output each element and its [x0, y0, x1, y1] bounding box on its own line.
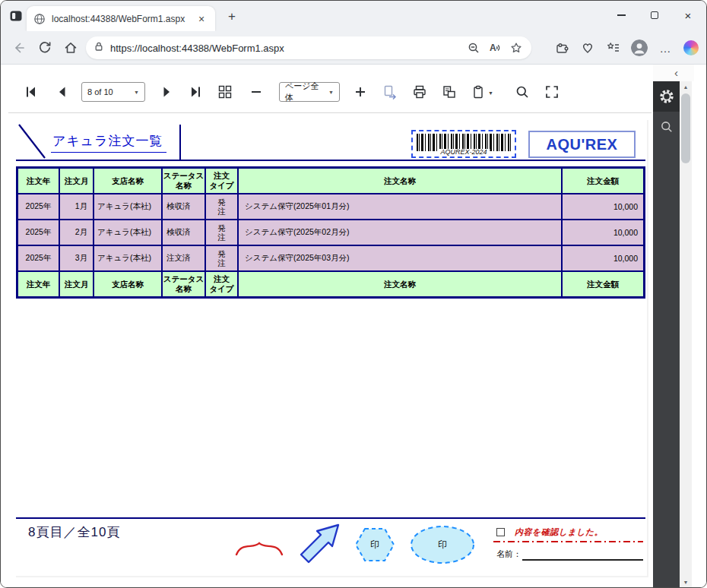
- footer-header-year: 注文年: [18, 272, 59, 296]
- panel-search-button[interactable]: [653, 112, 680, 142]
- report-viewer: 8 of 10 ▼ ページ全体 ▼: [1, 65, 706, 587]
- home-button[interactable]: [63, 40, 78, 55]
- zoom-selector[interactable]: ページ全体 ▼: [279, 82, 340, 102]
- cell-amount: 10,000: [563, 194, 643, 219]
- confirm-checkbox[interactable]: [496, 528, 505, 536]
- cell-branch: アキュラ(本社): [94, 246, 161, 270]
- print-layout-button[interactable]: [442, 84, 457, 100]
- tab-title: localhost:44388/WebForm1.aspx: [52, 14, 195, 24]
- profile-avatar[interactable]: [631, 40, 648, 56]
- fullscreen-button[interactable]: [544, 84, 560, 100]
- cell-name: システム保守(2025年01月分): [239, 194, 561, 219]
- decorative-diagonal-line: [14, 122, 49, 160]
- settings-menu-icon[interactable]: …: [658, 40, 674, 56]
- cell-amount: 10,000: [563, 220, 643, 245]
- report-page: アキュラ注文一覧 AQUREX-2024 AQU'REX 注文年 注文月 支店名…: [14, 119, 647, 576]
- page-layout-button[interactable]: [217, 84, 233, 100]
- scrollbar-thumb[interactable]: [681, 93, 690, 163]
- footer-header-month: 注文月: [60, 272, 93, 296]
- title-divider: [179, 125, 181, 160]
- copy-button[interactable]: [471, 84, 486, 100]
- footer-header-amount: 注文金額: [563, 272, 643, 296]
- maximize-icon: [651, 11, 658, 19]
- maximize-button[interactable]: [638, 1, 671, 30]
- copilot-icon[interactable]: [683, 40, 699, 55]
- page-indicator: 8頁目／全10頁: [28, 523, 120, 541]
- globe-favicon: [33, 13, 46, 25]
- column-header-month: 注文月: [60, 169, 93, 193]
- cell-name: システム保守(2025年03月分): [239, 246, 561, 270]
- close-button[interactable]: ×: [671, 1, 705, 30]
- footer-header-branch: 支店名称: [94, 272, 161, 296]
- zoom-out-button[interactable]: [249, 84, 264, 100]
- page-selector[interactable]: 8 of 10 ▼: [81, 82, 145, 102]
- panel-top: ‹: [653, 65, 694, 81]
- cell-type: 発注: [206, 220, 237, 245]
- name-underline: [522, 559, 643, 561]
- column-header-status: ステータス 名称: [163, 169, 204, 193]
- cell-type: 発注: [206, 246, 237, 270]
- red-dashdot-line: [493, 541, 643, 542]
- svg-text:A: A: [490, 43, 496, 53]
- page-selector-value: 8 of 10: [87, 87, 113, 96]
- zoom-in-button[interactable]: [353, 84, 368, 100]
- order-table: 注文年 注文月 支店名称 ステータス 名称 注文 タイプ 注文名称 注文金額 2…: [16, 166, 645, 299]
- cell-branch: アキュラ(本社): [94, 220, 161, 245]
- copy-menu-caret-icon[interactable]: ▼: [488, 90, 493, 96]
- column-header-branch: 支店名称: [94, 169, 161, 193]
- search-button[interactable]: [515, 84, 530, 100]
- cell-month: 3月: [60, 246, 93, 270]
- stamp-hexagon: 印: [354, 525, 396, 564]
- tab-strip: localhost:44388/WebForm1.aspx × + ×: [1, 1, 706, 31]
- cell-type: 発注: [206, 194, 237, 219]
- back-button[interactable]: [11, 40, 27, 55]
- export-button[interactable]: [382, 84, 398, 100]
- read-aloud-icon[interactable]: A: [487, 40, 503, 55]
- tab-close-icon[interactable]: ×: [195, 12, 208, 26]
- gear-icon: [659, 89, 674, 104]
- last-page-button[interactable]: [188, 84, 203, 100]
- cell-status: 検収済: [163, 194, 204, 219]
- toolbar-separator: [8, 112, 652, 113]
- confirm-text: 内容を確認しました。: [515, 526, 603, 538]
- column-header-name: 注文名称: [239, 169, 561, 193]
- scroll-down-button[interactable]: ▼: [680, 577, 692, 587]
- previous-page-button[interactable]: [55, 84, 70, 100]
- collapse-panel-button[interactable]: ‹: [674, 65, 678, 81]
- footer-header-name: 注文名称: [239, 272, 561, 296]
- cell-status: 検収済: [163, 220, 204, 245]
- report-title: アキュラ注文一覧: [51, 132, 166, 153]
- extensions-icon[interactable]: [553, 40, 569, 56]
- arrow-annotation: [299, 522, 341, 564]
- viewer-toolbar: 8 of 10 ▼ ページ全体 ▼: [1, 72, 653, 112]
- side-panel: [653, 81, 680, 587]
- window-controls: ×: [604, 1, 705, 30]
- address-bar-actions: …: [553, 39, 699, 57]
- minimize-button[interactable]: [604, 1, 638, 30]
- refresh-button[interactable]: [37, 40, 52, 55]
- new-tab-button[interactable]: +: [223, 8, 241, 26]
- next-page-button[interactable]: [159, 84, 174, 100]
- footer-header-status: ステータス 名称: [163, 272, 204, 296]
- stamp-ellipse: 印: [408, 523, 477, 566]
- barcode-text: AQUREX-2024: [437, 149, 490, 156]
- zoom-indicator-icon[interactable]: [466, 40, 481, 55]
- cell-year: 2025年: [18, 246, 59, 270]
- favorite-star-icon[interactable]: [509, 40, 524, 55]
- settings-tool-button[interactable]: [653, 81, 680, 112]
- first-page-button[interactable]: [24, 84, 39, 100]
- footer-header-type: 注文 タイプ: [206, 272, 237, 296]
- browser-tab[interactable]: localhost:44388/WebForm1.aspx ×: [27, 6, 215, 31]
- print-button[interactable]: [412, 84, 427, 100]
- cell-month: 1月: [60, 194, 93, 219]
- scroll-up-button[interactable]: ▲: [680, 81, 692, 92]
- chevron-down-icon: ▼: [324, 90, 334, 95]
- address-bar: https://localhost:44388/WebForm1.aspx A: [1, 31, 706, 65]
- browser-essentials-icon[interactable]: [579, 40, 595, 56]
- url-bar[interactable]: https://localhost:44388/WebForm1.aspx A: [86, 36, 531, 59]
- scrollbar[interactable]: ▲ ▼: [680, 81, 692, 587]
- workspaces-icon[interactable]: [8, 8, 24, 24]
- chevron-down-icon: ▼: [129, 90, 139, 95]
- search-icon: [660, 120, 674, 134]
- favorites-icon[interactable]: [605, 40, 621, 56]
